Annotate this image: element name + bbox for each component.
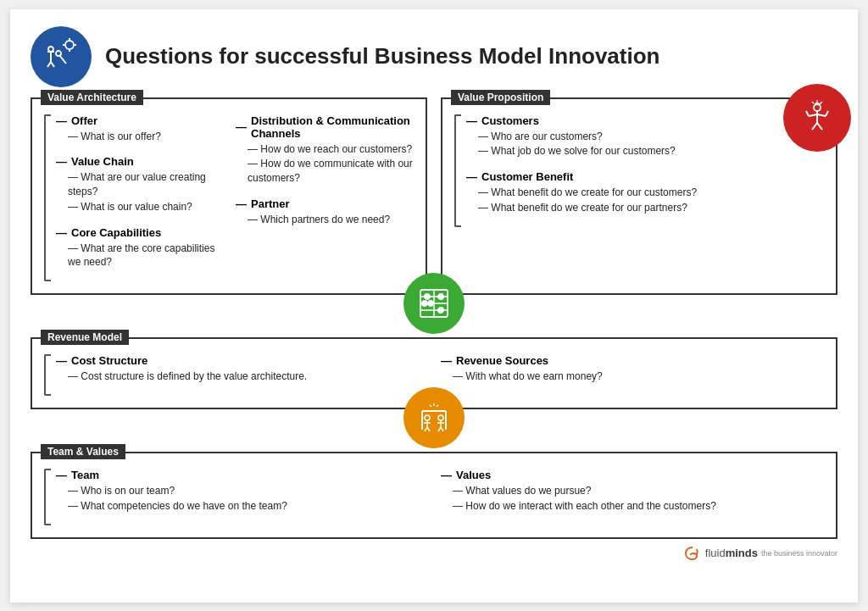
rm-col1-brace: Cost Structure Cost structure is defined… xyxy=(44,354,427,396)
tv-values-sub: What values do we pursue? How do we inte… xyxy=(441,484,824,514)
vp-benefit-title: Customer Benefit xyxy=(466,170,697,183)
svg-point-31 xyxy=(428,301,433,306)
brace-tv xyxy=(44,469,51,525)
svg-line-44 xyxy=(438,427,441,431)
va-distrib: Distribution & Communication Channels Ho… xyxy=(236,114,414,186)
vp-inner: Customers Who are our customers? What jo… xyxy=(454,114,824,227)
value-proposition-box: Value Proposition xyxy=(441,97,837,296)
tv-label: Team & Values xyxy=(41,444,125,459)
tv-values-item: Values What values do we pursue? How do … xyxy=(441,469,824,514)
vp-label: Value Proposition xyxy=(451,90,550,105)
svg-line-18 xyxy=(812,123,817,130)
svg-point-28 xyxy=(425,294,430,299)
va-partner-sub: Which partners do we need? xyxy=(236,213,414,227)
vp-customers-sub: Who are our customers? What job do we so… xyxy=(466,130,697,159)
svg-line-45 xyxy=(441,427,443,431)
svg-line-39 xyxy=(425,427,427,431)
page-title: Questions for successful Business Model … xyxy=(105,43,659,69)
svg-line-16 xyxy=(806,111,809,116)
va-col1: Offer What is our offer? Value Chain Wha… xyxy=(44,114,222,282)
green-circle-icon xyxy=(403,273,465,334)
svg-line-15 xyxy=(817,114,826,116)
svg-line-48 xyxy=(430,405,431,407)
vp-benefit: Customer Benefit What benefit do we crea… xyxy=(466,170,697,215)
rm-cost-sub: Cost structure is defined by the value a… xyxy=(56,369,307,384)
svg-point-11 xyxy=(56,51,61,56)
svg-point-36 xyxy=(425,415,430,420)
va-partner: Partner Which partners do we need? xyxy=(236,197,414,227)
footer-tagline: the business innovator xyxy=(761,549,837,558)
svg-line-10 xyxy=(59,55,66,64)
rm-revenue-sources: Revenue Sources With what do we earn mon… xyxy=(441,354,824,384)
svg-line-17 xyxy=(826,111,828,116)
svg-point-12 xyxy=(814,104,821,111)
brace-vp xyxy=(454,114,461,227)
svg-line-47 xyxy=(437,405,438,407)
footer-brand: fluidminds xyxy=(705,547,758,559)
va-partner-title: Partner xyxy=(236,197,414,210)
orange-circle-icon xyxy=(403,387,465,448)
va-offer-sub: What is our offer? xyxy=(56,130,222,144)
svg-line-22 xyxy=(812,102,814,103)
svg-line-40 xyxy=(427,427,430,431)
svg-point-30 xyxy=(422,301,427,306)
orange-circle-spacer xyxy=(31,418,837,452)
svg-line-21 xyxy=(821,102,822,103)
brace-left xyxy=(44,114,51,282)
tv-values-title: Values xyxy=(441,469,824,481)
rm-rev-sub: With what do we earn money? xyxy=(441,369,824,384)
team-values-box: Team & Values Team Who is on our team? W… xyxy=(31,452,837,539)
va-offer: Offer What is our offer? xyxy=(56,114,222,144)
svg-point-0 xyxy=(65,41,74,49)
green-circle-spacer xyxy=(31,303,837,337)
svg-point-29 xyxy=(438,294,443,299)
va-col1-brace: Offer What is our offer? Value Chain Wha… xyxy=(44,114,222,282)
footer-brand-bold: minds xyxy=(726,547,758,559)
page: Questions for successful Business Model … xyxy=(10,9,858,603)
va-valuechain-sub: What are our value creating steps? What … xyxy=(56,170,222,214)
footer: fluidminds the business innovator xyxy=(31,544,837,563)
tv-team-item: Team Who is on our team? What competenci… xyxy=(56,469,287,514)
vp-benefit-sub: What benefit do we create for our custom… xyxy=(466,186,697,215)
va-valuechain: Value Chain What are our value creating … xyxy=(56,155,222,214)
rm-col1: Cost Structure Cost structure is defined… xyxy=(44,354,427,396)
svg-point-41 xyxy=(438,415,443,420)
rm-col2: Revenue Sources With what do we earn mon… xyxy=(441,354,824,396)
vp-customers-title: Customers xyxy=(466,114,697,127)
rm-label: Revenue Model xyxy=(41,330,129,345)
tv-col1-brace: Team Who is on our team? What competenci… xyxy=(44,469,427,525)
va-col1-items: Offer What is our offer? Value Chain Wha… xyxy=(56,114,222,282)
rm-cost-structure: Cost Structure Cost structure is defined… xyxy=(56,354,307,384)
rm-cost: Cost Structure Cost structure is defined… xyxy=(56,354,307,396)
tv-team-title: Team xyxy=(56,469,287,481)
rm-rev-title: Revenue Sources xyxy=(441,354,824,367)
svg-line-8 xyxy=(51,62,54,67)
svg-line-14 xyxy=(809,114,817,116)
tv-team-sub: Who is on our team? What competencies do… xyxy=(56,484,287,514)
footer-brand-regular: fluid xyxy=(705,547,726,559)
va-valuechain-title: Value Chain xyxy=(56,155,222,168)
va-offer-title: Offer xyxy=(56,114,222,127)
va-distrib-title: Distribution & Communication Channels xyxy=(236,114,414,140)
va-corecap-title: Core Capabilities xyxy=(56,226,222,239)
value-architecture-box: Value Architecture Offer What is our off… xyxy=(31,97,427,296)
va-inner: Offer What is our offer? Value Chain Wha… xyxy=(44,114,414,282)
va-distrib-sub: How do we reach our customers? How do we… xyxy=(236,142,414,186)
va-label: Value Architecture xyxy=(41,90,143,105)
top-section: Value Architecture Offer What is our off… xyxy=(31,97,837,296)
tv-col1: Team Who is on our team? What competenci… xyxy=(44,469,427,525)
va-corecap-sub: What are the core capabilities we need? xyxy=(56,242,222,270)
header: Questions for successful Business Model … xyxy=(31,26,837,87)
svg-line-19 xyxy=(817,123,822,130)
vp-brace: Customers Who are our customers? What jo… xyxy=(454,114,824,227)
tv-team: Team Who is on our team? What competenci… xyxy=(56,469,287,525)
red-circle-icon xyxy=(783,84,851,152)
va-col2: Distribution & Communication Channels Ho… xyxy=(236,114,414,282)
header-icon xyxy=(31,26,92,87)
tv-col2: Values What values do we pursue? How do … xyxy=(441,469,824,525)
tv-inner: Team Who is on our team? What competenci… xyxy=(44,469,824,525)
svg-point-32 xyxy=(438,308,443,313)
brace-rm xyxy=(44,354,51,396)
rm-cost-title: Cost Structure xyxy=(56,354,307,367)
vp-customers: Customers Who are our customers? What jo… xyxy=(466,114,697,159)
